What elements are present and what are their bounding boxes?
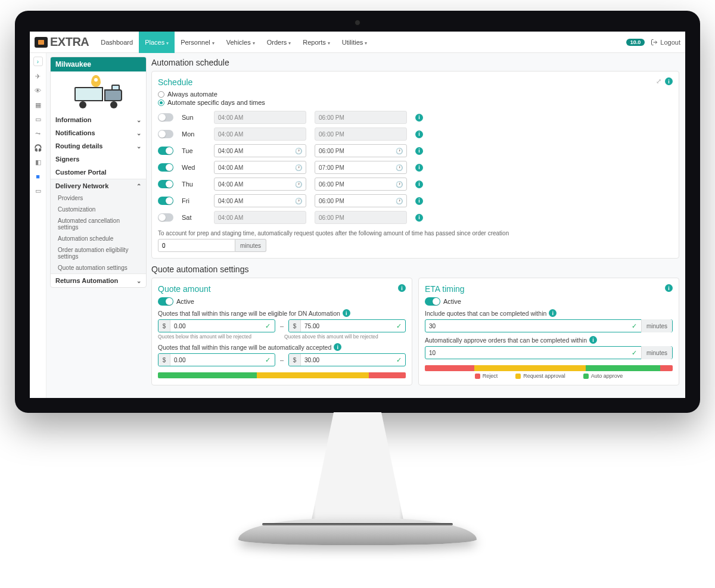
rail-video-icon[interactable]: ■ xyxy=(34,172,42,181)
nav-personnel[interactable]: Personnel xyxy=(175,32,220,53)
eta-approve-input[interactable]: 10✓minutes xyxy=(425,346,673,359)
day-toggle-sat[interactable] xyxy=(158,213,173,222)
logout-button[interactable]: Logout xyxy=(651,39,680,46)
day-toggle-thu[interactable] xyxy=(158,180,173,188)
info-icon[interactable]: i xyxy=(415,214,423,222)
sidebar-item-notifications[interactable]: Notifications⌄ xyxy=(51,126,146,139)
brand-logo[interactable]: EXTRA xyxy=(35,35,89,49)
radio-icon xyxy=(158,99,164,106)
range-min-input[interactable]: $0.00✓ xyxy=(158,319,275,332)
quote-range-bar xyxy=(158,372,406,378)
day-toggle-mon[interactable] xyxy=(158,130,173,138)
check-icon: ✓ xyxy=(392,322,405,330)
schedule-grid: Sun04:00 AM06:00 PMiMon04:00 AM06:00 PMi… xyxy=(158,111,673,224)
rail-laptop-icon[interactable]: ▭ xyxy=(34,115,42,123)
info-icon[interactable]: i xyxy=(343,309,350,317)
end-time-input[interactable]: 06:00 PM🕐 xyxy=(315,194,407,207)
info-icon[interactable]: i xyxy=(415,130,423,138)
camera-dot xyxy=(355,20,360,26)
sidebar-item-delivery-network[interactable]: Delivery Network⌃ xyxy=(51,179,146,192)
eta-include-input[interactable]: 30✓minutes xyxy=(425,319,673,332)
logo-icon xyxy=(35,37,48,48)
info-icon[interactable]: i xyxy=(415,164,423,172)
info-icon[interactable]: i xyxy=(398,284,406,292)
check-icon: ✓ xyxy=(392,356,405,364)
eta-active-label: Active xyxy=(443,298,461,305)
info-icon[interactable]: i xyxy=(665,284,673,292)
clock-icon: 🕐 xyxy=(396,198,403,204)
info-icon[interactable]: i xyxy=(665,77,673,85)
range-max-input[interactable]: $75.00✓ xyxy=(288,319,406,332)
info-icon[interactable]: i xyxy=(334,343,341,351)
chevron-down-icon: ⌄ xyxy=(136,278,141,284)
nav-places[interactable]: Places xyxy=(139,32,175,53)
start-time-input[interactable]: 04:00 AM🕐 xyxy=(214,194,306,207)
accept-max-input[interactable]: $30.00✓ xyxy=(288,353,406,366)
end-time-input[interactable]: 06:00 PM🕐 xyxy=(315,144,407,157)
dn-order-eligibility[interactable]: Order automation eligibility settings xyxy=(51,244,146,262)
dn-customization[interactable]: Customization xyxy=(51,204,146,215)
info-icon[interactable]: i xyxy=(415,147,423,155)
quote-active-toggle[interactable] xyxy=(158,297,173,306)
day-toggle-tue[interactable] xyxy=(158,147,173,155)
end-time-input[interactable]: 06:00 PM🕐 xyxy=(315,178,407,191)
nav-vehicles[interactable]: Vehicles xyxy=(220,32,261,53)
end-time-input[interactable]: 07:00 PM🕐 xyxy=(315,161,407,174)
day-toggle-sun[interactable] xyxy=(158,113,173,122)
start-time-input[interactable]: 04:00 AM🕐 xyxy=(214,161,306,174)
rail-expand-icon[interactable]: › xyxy=(33,57,43,66)
accept-min-input[interactable]: $0.00✓ xyxy=(158,353,275,366)
day-label: Fri xyxy=(182,197,198,204)
dn-auto-cancel[interactable]: Automated cancellation settings xyxy=(51,215,146,233)
radio-icon xyxy=(158,91,164,98)
rail-card-icon[interactable]: ▭ xyxy=(34,186,42,195)
rail-bookmark-icon[interactable]: ◧ xyxy=(34,158,42,166)
quote-amount-title: Quote amount xyxy=(158,284,406,294)
page-title: Automation schedule xyxy=(151,58,679,67)
sidebar-menu: Information⌄ Notifications⌄ Routing deta… xyxy=(51,113,146,287)
rail-send-icon[interactable]: ✈ xyxy=(34,72,42,80)
check-icon: ✓ xyxy=(628,322,641,330)
delay-input[interactable] xyxy=(158,239,235,252)
radio-specific[interactable]: Automate specific days and times xyxy=(158,99,673,106)
day-toggle-fri[interactable] xyxy=(158,197,173,205)
info-icon[interactable]: i xyxy=(549,309,557,317)
check-icon: ✓ xyxy=(262,322,275,330)
quote-active-label: Active xyxy=(176,298,194,305)
nav-dashboard[interactable]: Dashboard xyxy=(95,32,139,53)
dn-automation-schedule[interactable]: Automation schedule xyxy=(51,233,146,244)
rail-eye-icon[interactable]: 👁 xyxy=(34,86,42,95)
radio-always[interactable]: Always automate xyxy=(158,91,673,98)
info-icon[interactable]: i xyxy=(415,181,423,188)
app-screen: EXTRA Dashboard Places Personnel Vehicle… xyxy=(30,32,685,398)
brand-text: EXTRA xyxy=(50,35,89,49)
info-icon[interactable]: i xyxy=(415,197,423,205)
sidebar-item-customer-portal[interactable]: Customer Portal xyxy=(51,166,146,179)
sidebar-item-returns[interactable]: Returns Automation⌄ xyxy=(51,274,146,287)
check-icon: ✓ xyxy=(628,349,641,357)
version-badge: 10.0 xyxy=(626,39,645,46)
day-label: Sat xyxy=(182,214,198,221)
info-icon[interactable]: i xyxy=(415,114,423,122)
rail-building-icon[interactable]: ▦ xyxy=(34,101,42,109)
chevron-up-icon: ⌃ xyxy=(136,183,141,189)
info-icon[interactable]: i xyxy=(589,336,597,344)
start-time-input[interactable]: 04:00 AM🕐 xyxy=(214,178,306,191)
schedule-title: Schedule xyxy=(158,77,673,87)
rail-headset-icon[interactable]: 🎧 xyxy=(34,144,42,152)
rail-chart-icon[interactable]: ⤳ xyxy=(34,129,42,138)
start-time-input[interactable]: 04:00 AM🕐 xyxy=(214,144,306,157)
day-label: Mon xyxy=(182,130,198,138)
pin-icon[interactable]: ⤢ xyxy=(656,77,661,85)
start-time-input: 04:00 AM xyxy=(214,211,306,224)
nav-utilities[interactable]: Utilities xyxy=(336,32,373,53)
eta-active-toggle[interactable] xyxy=(425,297,440,306)
dn-providers[interactable]: Providers xyxy=(51,192,146,204)
sidebar-item-routing[interactable]: Routing details⌄ xyxy=(51,139,146,153)
sidebar-item-information[interactable]: Information⌄ xyxy=(51,113,146,126)
dn-quote-settings[interactable]: Quote automation settings xyxy=(51,262,146,273)
sidebar-item-signers[interactable]: Signers xyxy=(51,153,146,166)
nav-reports[interactable]: Reports xyxy=(297,32,336,53)
day-toggle-wed[interactable] xyxy=(158,163,173,172)
nav-orders[interactable]: Orders xyxy=(261,32,297,53)
